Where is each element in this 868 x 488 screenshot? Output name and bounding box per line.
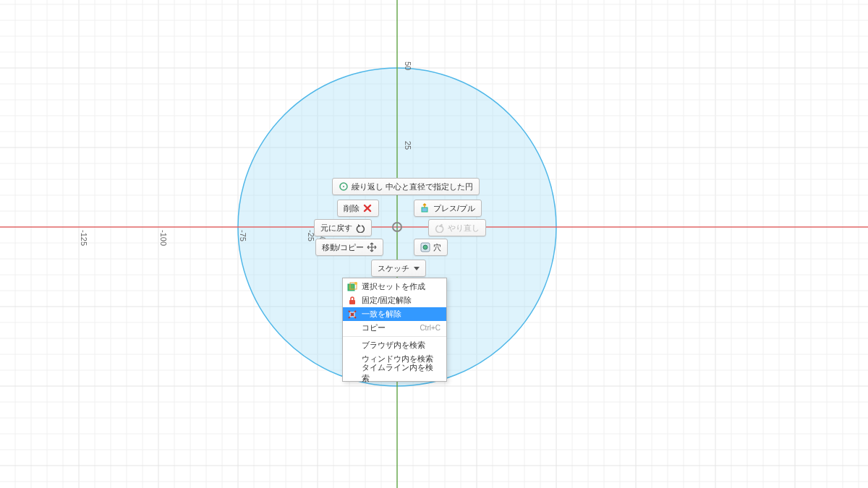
menu-item-fix-unfix[interactable]: 固定/固定解除 bbox=[343, 294, 446, 307]
origin-marker-dot bbox=[396, 226, 399, 228]
repeat-last-label: 繰り返し 中心と直径で指定した円 bbox=[352, 181, 473, 192]
tick-y-0: 50 bbox=[404, 61, 412, 70]
svg-point-91 bbox=[354, 282, 357, 285]
undo-label: 元に戻す bbox=[320, 223, 352, 234]
undo-arrow-icon bbox=[355, 223, 365, 233]
menu-item-find-in-timeline[interactable]: タイムライン内を検索 bbox=[343, 366, 446, 380]
sketch-canvas[interactable]: -125 -100 -75 -50 50 25 -25 繰り返し 中心と直径で指… bbox=[0, 0, 868, 488]
menu-item-copy[interactable]: コピー Ctrl+C bbox=[343, 321, 446, 335]
tick-x-2: -75 bbox=[239, 230, 247, 241]
hole-icon bbox=[420, 242, 430, 252]
redo-button[interactable]: やり直し bbox=[428, 219, 486, 236]
move-copy-button[interactable]: 移動/コピー bbox=[315, 239, 383, 256]
sketch-label: スケッチ bbox=[378, 263, 409, 274]
move-copy-label: 移動/コピー bbox=[322, 242, 364, 253]
undo-button[interactable]: 元に戻す bbox=[314, 219, 372, 236]
redo-label: やり直し bbox=[448, 223, 480, 234]
move-arrows-icon bbox=[367, 242, 377, 252]
tick-y-1: 25 bbox=[404, 141, 412, 150]
svg-point-85 bbox=[343, 186, 344, 187]
sketch-dropdown-button[interactable]: スケッチ bbox=[371, 260, 426, 277]
break-link-icon bbox=[347, 309, 357, 320]
circle-icon bbox=[339, 181, 349, 192]
menu-item-create-selection-set[interactable]: 選択セットを作成 bbox=[343, 280, 446, 294]
press-pull-label: プレス/プル bbox=[433, 203, 475, 214]
copy-shortcut: Ctrl+C bbox=[420, 324, 441, 332]
menu-item-find-in-browser[interactable]: ブラウザ内を検索 bbox=[343, 338, 446, 352]
lock-icon bbox=[347, 296, 357, 306]
delete-x-icon bbox=[362, 203, 373, 213]
press-pull-button[interactable]: プレス/プル bbox=[414, 200, 482, 217]
hole-button[interactable]: 穴 bbox=[414, 239, 448, 256]
tick-x-1: -100 bbox=[159, 230, 168, 246]
hole-label: 穴 bbox=[433, 242, 441, 253]
svg-rect-89 bbox=[348, 284, 354, 291]
svg-rect-86 bbox=[422, 207, 427, 212]
blank-icon bbox=[347, 323, 357, 333]
svg-rect-92 bbox=[349, 300, 355, 304]
menu-separator bbox=[343, 336, 446, 337]
context-menu[interactable]: 選択セットを作成 固定/固定解除 一致を解除 コピー Ctrl+C ブラウザ内を… bbox=[342, 278, 447, 382]
svg-point-88 bbox=[423, 245, 427, 249]
selection-set-icon bbox=[347, 282, 357, 292]
chevron-down-icon bbox=[414, 267, 420, 270]
repeat-last-button[interactable]: 繰り返し 中心と直径で指定した円 bbox=[332, 178, 480, 195]
delete-button[interactable]: 削除 bbox=[337, 200, 379, 217]
tick-x-0: -125 bbox=[80, 230, 88, 246]
menu-item-break-coincident[interactable]: 一致を解除 bbox=[343, 307, 446, 321]
press-pull-icon bbox=[420, 203, 430, 213]
delete-label: 削除 bbox=[344, 203, 359, 214]
redo-arrow-icon bbox=[435, 223, 445, 233]
